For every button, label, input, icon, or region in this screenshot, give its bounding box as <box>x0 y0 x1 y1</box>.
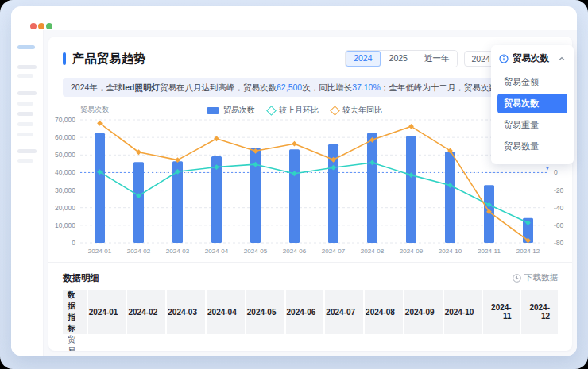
metric-option-1[interactable]: 贸易金额 <box>497 72 567 92</box>
svg-text:2024-11: 2024-11 <box>478 248 501 255</box>
banner-metric-value: 62,500 <box>277 83 302 92</box>
sidebar-item-skeleton[interactable] <box>17 133 33 136</box>
bar-swatch-icon <box>207 107 219 114</box>
svg-text:2024-07: 2024-07 <box>322 248 346 255</box>
year-segmented-control: 20242025近一年 <box>345 50 458 67</box>
row-label: 贸易次数 <box>63 334 87 351</box>
table-header-row: 数据指标2024-012024-022024-032024-042024-052… <box>63 290 558 334</box>
table-cell: 60,699 <box>404 334 443 351</box>
svg-text:-80: -80 <box>554 239 564 247</box>
banner-text: ；全年低峰为十二月，贸易次数 <box>381 83 497 92</box>
svg-text:-40: -40 <box>554 204 564 212</box>
banner-text: 2024年，全球 <box>71 83 122 92</box>
table-header-cell: 2024-11 <box>482 290 520 334</box>
table-cell: 49,255 <box>206 334 246 351</box>
svg-text:40,000: 40,000 <box>55 168 75 176</box>
summary-banner: 2024年，全球led照明灯贸易在八月达到高峰，贸易次数62,500次，同比增长… <box>63 78 558 97</box>
page-title: 产品贸易趋势 <box>72 52 146 67</box>
svg-text:0: 0 <box>554 168 558 176</box>
table-header-cell: 2024-10 <box>443 290 483 334</box>
svg-text:0: 0 <box>72 239 75 247</box>
screenshot-root: 产品贸易趋势 20242025近一年 2024-01 → 2024-12 202… <box>0 0 588 369</box>
minimize-window-icon[interactable] <box>38 23 44 29</box>
diamond-marker-icon <box>266 106 277 116</box>
svg-text:2024-02: 2024-02 <box>127 248 151 255</box>
metric-option-4[interactable]: 贸易数量 <box>497 136 567 156</box>
table-cell: 32,836 <box>482 334 520 351</box>
metric-option-2[interactable]: 贸易次数 <box>497 94 567 113</box>
legend-item-3[interactable]: 较去年同比 <box>331 105 382 116</box>
title-accent-bar <box>63 52 66 65</box>
diamond-marker-icon <box>330 106 340 116</box>
section-title: 数据明细 <box>63 272 99 284</box>
sidebar-item-skeleton[interactable] <box>17 122 33 126</box>
selected-metric-label: 贸易次数 <box>513 52 554 64</box>
download-data-button[interactable]: 下载数据 <box>513 272 558 283</box>
legend-item-1[interactable]: 贸易次数 <box>207 105 255 116</box>
sidebar-item-skeleton[interactable] <box>17 65 37 69</box>
close-window-icon[interactable] <box>30 23 37 29</box>
metric-dropdown-header[interactable]: 贸易次数 <box>497 51 567 71</box>
data-detail-section: 数据明细 下载数据 数据指标2024-012024-022024-032024-… <box>48 262 572 351</box>
banner-text: 次，同比增长 <box>302 83 352 92</box>
sidebar-item-skeleton[interactable] <box>17 91 37 95</box>
legend-label: 贸易次数 <box>223 105 255 116</box>
metric-dropdown: 贸易次数 贸易金额贸易次数贸易重量贸易数量 <box>491 45 574 164</box>
metric-option-3[interactable]: 贸易重量 <box>497 115 567 135</box>
table-header-cell: 数据指标 <box>63 290 87 334</box>
svg-text:30,000: 30,000 <box>55 186 75 194</box>
sidebar-item-skeleton[interactable] <box>17 149 37 153</box>
table-header-cell: 2024-02 <box>126 290 166 334</box>
table-cell: 46,376 <box>166 334 206 351</box>
banner-text: 贸易在八月达到高峰，贸易次数 <box>160 83 277 92</box>
maximize-window-icon[interactable] <box>46 23 52 29</box>
sidebar-item-skeleton-active[interactable] <box>17 45 35 49</box>
table-row: 贸易次数62,38045,90246,37649,25553,82153,179… <box>63 334 558 351</box>
window-titlebar <box>11 6 577 30</box>
svg-text:2024-03: 2024-03 <box>166 248 190 255</box>
svg-text:2024-06: 2024-06 <box>283 248 307 255</box>
tab-2024[interactable]: 2024 <box>346 51 380 67</box>
banner-text: led照明灯 <box>122 83 160 92</box>
table-header-cell: 2024-03 <box>166 290 206 334</box>
svg-text:-20: -20 <box>554 186 564 194</box>
table-header-cell: 2024-07 <box>324 290 364 334</box>
download-label: 下载数据 <box>524 272 558 283</box>
table-cell: 53,179 <box>285 334 325 351</box>
download-icon <box>513 274 521 283</box>
svg-text:60,000: 60,000 <box>55 133 75 141</box>
svg-text:2024-05: 2024-05 <box>244 248 268 255</box>
data-table: 数据指标2024-012024-022024-032024-042024-052… <box>63 290 558 351</box>
sidebar-item-skeleton[interactable] <box>17 74 33 78</box>
table-header-cell: 2024-12 <box>520 290 558 334</box>
svg-text:50,000: 50,000 <box>55 151 75 159</box>
tab-2025[interactable]: 2025 <box>381 51 416 67</box>
svg-text:2024-10: 2024-10 <box>439 248 462 255</box>
tab-近一年[interactable]: 近一年 <box>416 51 458 67</box>
table-header-cell: 2024-05 <box>246 290 285 334</box>
sidebar-item-skeleton[interactable] <box>17 112 33 116</box>
table-header-cell: 2024-04 <box>206 290 246 334</box>
svg-text:2024-01: 2024-01 <box>88 248 112 255</box>
chart-legend: 贸易次数较上月环比较去年同比 <box>48 105 540 116</box>
svg-text:2024-04: 2024-04 <box>205 248 229 255</box>
sidebar-item-skeleton[interactable] <box>17 102 33 106</box>
legend-label: 较上月环比 <box>279 105 319 116</box>
table-header-cell: 2024-01 <box>87 290 127 334</box>
chevron-up-icon <box>558 55 566 63</box>
legend-item-2[interactable]: 较上月环比 <box>268 105 319 116</box>
svg-text:10,000: 10,000 <box>55 221 75 229</box>
table-cell: 62,500 <box>364 334 404 351</box>
info-icon <box>499 54 509 63</box>
svg-text:2024-09: 2024-09 <box>400 248 424 255</box>
table-header-cell: 2024-06 <box>285 290 325 334</box>
legend-label: 较去年同比 <box>342 105 382 116</box>
table-cell: 14,073 <box>520 334 558 351</box>
svg-text:2024-12: 2024-12 <box>516 248 540 255</box>
svg-text:2024-08: 2024-08 <box>361 248 385 255</box>
svg-text:-60: -60 <box>554 221 564 229</box>
table-cell: 56,167 <box>324 334 364 351</box>
metric-options-list: 贸易金额贸易次数贸易重量贸易数量 <box>497 72 567 156</box>
sidebar-item-skeleton[interactable] <box>17 159 33 163</box>
table-cell: 62,380 <box>87 334 127 351</box>
